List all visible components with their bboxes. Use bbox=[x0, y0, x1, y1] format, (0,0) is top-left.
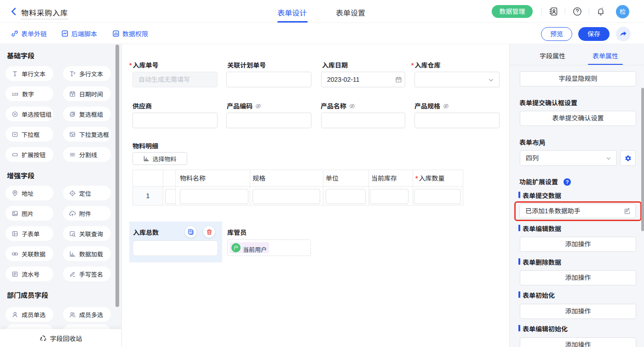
svg-text:123: 123 bbox=[12, 91, 18, 96]
svg-text:7: 7 bbox=[398, 79, 400, 82]
